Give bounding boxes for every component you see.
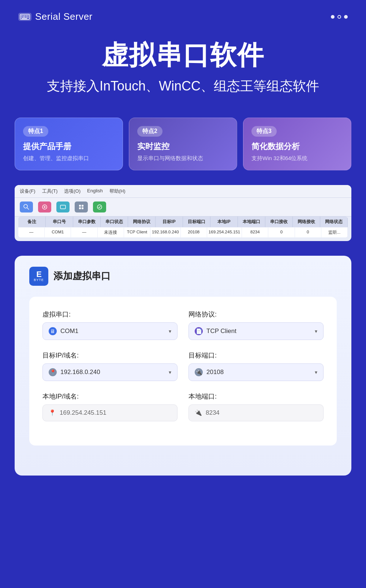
toolbar-icon-2[interactable] <box>38 201 51 212</box>
svg-rect-5 <box>27 15 29 16</box>
form-group-local-port: 本地端口: 🔌 8234 <box>188 392 324 421</box>
feature-badge-3: 特点3 <box>251 126 277 137</box>
svg-rect-6 <box>21 16 22 18</box>
form-group-virtual-port: 虚拟串口: 🖥 COM1 ▾ <box>42 310 178 340</box>
svg-rect-14 <box>79 205 81 207</box>
local-port-label: 本地端口: <box>188 392 324 401</box>
network-protocol-label: 网络协议: <box>188 310 324 319</box>
menu-item-device[interactable]: 设备(F) <box>20 188 36 195</box>
feature-badge-2: 特点2 <box>137 126 163 137</box>
form-row-2: 目标IP/域名: 📍 192.168.0.240 ▾ 目标端口: 🔌 <box>42 351 324 381</box>
table-menubar: 设备(F) 工具(T) 选项(O) English 帮助(H) <box>15 185 351 198</box>
th-串口号: 串口号 <box>46 217 73 227</box>
svg-rect-16 <box>79 207 81 209</box>
keyboard-icon <box>18 13 31 21</box>
target-port-label: 目标端口: <box>188 351 324 360</box>
svg-rect-17 <box>82 207 83 209</box>
network-protocol-icon: 📄 <box>195 327 203 335</box>
form-row-3: 本地IP/域名: 📍 169.254.245.151 本地端口: 🔌 8234 <box>42 392 324 421</box>
target-ip-icon: 📍 <box>49 368 57 376</box>
svg-rect-1 <box>21 15 22 16</box>
toolbar-icon-3[interactable] <box>56 201 70 212</box>
td-串口号: COM1 <box>45 228 71 237</box>
dot-3[interactable] <box>344 15 348 19</box>
dot-2[interactable] <box>337 15 341 19</box>
td-本地IP: 169.254.245.151 <box>207 228 242 237</box>
virtual-port-select-inner: 🖥 COM1 <box>49 327 78 335</box>
hero-subtitle: 支持接入InTouch、WinCC、组态王等组态软件 <box>18 77 348 95</box>
features-row: 特点1 提供产品手册 创建、管理、监控虚拟串口 特点2 实时监控 显示串口与网络… <box>0 107 366 181</box>
feature-desc-1: 创建、管理、监控虚拟串口 <box>23 154 115 162</box>
th-网络状态: 网络状态 <box>320 217 348 227</box>
svg-rect-13 <box>60 205 66 209</box>
menu-item-english[interactable]: English <box>87 188 103 195</box>
td-目标端口: 20108 <box>181 228 207 237</box>
svg-rect-8 <box>26 16 27 18</box>
menu-item-help[interactable]: 帮助(H) <box>109 188 126 195</box>
feature-desc-3: 支持Win 32和64位系统 <box>251 154 343 162</box>
td-备注: — <box>18 228 45 237</box>
top-bar: Serial Server <box>0 0 366 26</box>
table-window: 设备(F) 工具(T) 选项(O) English 帮助(H) <box>15 185 351 241</box>
target-port-chevron: ▾ <box>315 369 317 375</box>
virtual-port-chevron: ▾ <box>169 328 171 334</box>
th-网络接收: 网络接收 <box>293 217 320 227</box>
target-port-value: 20108 <box>206 369 224 376</box>
td-网络状态: 监听... <box>321 228 348 237</box>
feature-card-2: 特点2 实时监控 显示串口与网络数据和状态 <box>129 118 237 170</box>
target-port-select[interactable]: 🔌 20108 ▾ <box>188 363 324 381</box>
td-串口参数: — <box>71 228 97 237</box>
form-card: E BYTE 添加虚拟串口 虚拟串口: 🖥 COM1 ▾ <box>15 256 351 476</box>
svg-rect-3 <box>24 15 25 16</box>
network-protocol-select-inner: 📄 TCP Client <box>195 327 236 335</box>
th-网络协议: 网络协议 <box>128 217 156 227</box>
dot-1[interactable] <box>331 15 335 19</box>
td-目标IP: 192.168.0.240 <box>150 228 181 237</box>
th-本地IP: 本地IP <box>210 217 238 227</box>
toolbar-icon-1[interactable] <box>20 201 33 212</box>
target-ip-select-inner: 📍 192.168.0.240 <box>49 368 100 376</box>
hero-section: 虚拟串口软件 支持接入InTouch、WinCC、组态王等组态软件 <box>0 26 366 107</box>
toolbar-icon-4[interactable] <box>75 201 88 212</box>
menu-item-tools[interactable]: 工具(T) <box>42 188 58 195</box>
dots-menu[interactable] <box>331 15 348 19</box>
svg-point-11 <box>24 204 27 208</box>
feature-card-3: 特点3 简化数据分析 支持Win 32和64位系统 <box>243 118 351 170</box>
local-ip-icon: 📍 <box>49 409 56 416</box>
network-protocol-chevron: ▾ <box>315 328 317 334</box>
network-protocol-select[interactable]: 📄 TCP Client ▾ <box>188 322 324 340</box>
local-port-input[interactable]: 🔌 8234 <box>188 404 324 421</box>
td-串口接收: 0 <box>268 228 295 237</box>
th-串口接收: 串口接收 <box>265 217 293 227</box>
svg-rect-9 <box>27 16 29 18</box>
local-ip-value: 169.254.245.151 <box>60 409 107 417</box>
local-ip-input[interactable]: 📍 169.254.245.151 <box>42 404 178 421</box>
target-ip-select[interactable]: 📍 192.168.0.240 ▾ <box>42 363 178 381</box>
form-group-local-ip: 本地IP/域名: 📍 169.254.245.151 <box>42 392 178 421</box>
target-port-select-inner: 🔌 20108 <box>195 368 224 376</box>
menu-item-options[interactable]: 选项(O) <box>64 188 81 195</box>
th-备注: 备注 <box>18 217 46 227</box>
virtual-port-select[interactable]: 🖥 COM1 ▾ <box>42 322 178 340</box>
feature-name-3: 简化数据分析 <box>251 141 343 152</box>
feature-desc-2: 显示串口与网络数据和状态 <box>137 154 229 162</box>
table-grid: 备注 串口号 串口参数 串口状态 网络协议 目标IP 目标端口 本地IP 本地端… <box>18 217 348 237</box>
local-ip-label: 本地IP/域名: <box>42 392 178 401</box>
form-group-target-port: 目标端口: 🔌 20108 ▾ <box>188 351 324 381</box>
local-port-value: 8234 <box>206 409 220 417</box>
svg-rect-4 <box>26 15 27 16</box>
table-row[interactable]: — COM1 — 未连接 TCP Client 192.168.0.240 20… <box>18 227 348 237</box>
toolbar-icon-5[interactable] <box>93 201 106 212</box>
form-inner: 虚拟串口: 🖥 COM1 ▾ 网络协议: 📄 TCP Cli <box>29 297 337 445</box>
target-port-icon: 🔌 <box>195 368 203 376</box>
target-ip-value: 192.168.0.240 <box>60 369 100 376</box>
th-串口参数: 串口参数 <box>73 217 101 227</box>
table-header-row: 备注 串口号 串口参数 串口状态 网络协议 目标IP 目标端口 本地IP 本地端… <box>18 217 348 227</box>
feature-name-2: 实时监控 <box>137 141 229 152</box>
hero-title: 虚拟串口软件 <box>18 41 348 70</box>
form-row-1: 虚拟串口: 🖥 COM1 ▾ 网络协议: 📄 TCP Cli <box>42 310 324 340</box>
virtual-port-label: 虚拟串口: <box>42 310 178 319</box>
app-title-wrap: Serial Server <box>18 11 93 22</box>
form-section: E BYTE 添加虚拟串口 虚拟串口: 🖥 COM1 ▾ <box>0 248 366 490</box>
th-目标IP: 目标IP <box>156 217 183 227</box>
